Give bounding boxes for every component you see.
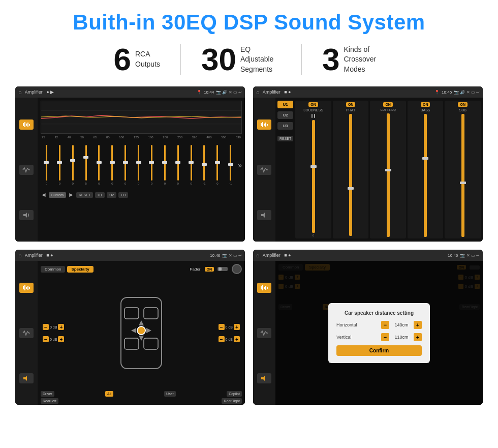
sp-icon-wave[interactable] xyxy=(19,328,34,338)
eq-slider-9[interactable]: 0 xyxy=(146,145,158,185)
xo-icon-speaker[interactable] xyxy=(257,210,271,220)
sp-label-rearleft[interactable]: RearLeft xyxy=(41,398,58,404)
dist-icon-wave[interactable] xyxy=(257,328,271,338)
xo-ch-loudness-on[interactable]: ON xyxy=(308,102,318,107)
home-icon[interactable]: ⌂ xyxy=(18,89,22,95)
xo-ch-sub-on[interactable]: ON xyxy=(458,102,468,107)
xo-icon-eq[interactable] xyxy=(257,120,271,130)
sp-label-user[interactable]: User xyxy=(164,391,176,397)
sp-icon-speaker[interactable] xyxy=(19,373,34,383)
eq-play-btn[interactable]: ► xyxy=(68,191,74,198)
sp-label-all[interactable]: All xyxy=(105,391,113,397)
eq-u1-btn[interactable]: U1 xyxy=(95,192,105,198)
eq-slider-2[interactable]: 0 xyxy=(54,145,66,185)
dist-icon-speaker[interactable] xyxy=(257,373,271,383)
sp-avatar[interactable] xyxy=(232,264,242,274)
xo-u2-btn[interactable]: U2 xyxy=(277,111,293,119)
modal-vertical-plus[interactable]: + xyxy=(414,333,422,341)
eq-icon-wave[interactable] xyxy=(19,165,34,175)
sp-icon-eq[interactable] xyxy=(19,283,34,293)
eq-graph xyxy=(41,101,242,134)
xo-home-icon[interactable]: ⌂ xyxy=(256,89,260,95)
svg-rect-12 xyxy=(265,123,266,127)
xo-ch-phat-on[interactable]: ON xyxy=(346,102,356,107)
xo-ch-bass-on[interactable]: ON xyxy=(421,102,430,107)
svg-rect-15 xyxy=(23,286,24,289)
modal-horizontal-row: Horizontal − 140cm + xyxy=(336,321,422,329)
eq-slider-10[interactable]: 0 xyxy=(159,145,171,185)
sp-tab-common[interactable]: Common xyxy=(41,266,65,273)
eq-slider-15[interactable]: -1 xyxy=(225,145,236,185)
modal-vertical-control: − 110cm + xyxy=(381,333,422,341)
sp-vol-fr: − 0 dB + xyxy=(219,324,240,330)
svg-rect-10 xyxy=(262,122,263,127)
sp-icons: 📷 ✕ ▭ ↩ xyxy=(222,253,242,258)
modal-horizontal-minus[interactable]: − xyxy=(381,321,389,329)
eq-app-title: Amplifier ● ▶ xyxy=(25,89,194,95)
sp-rr-minus[interactable]: − xyxy=(219,336,225,342)
dist-home-icon[interactable]: ⌂ xyxy=(256,252,260,258)
eq-slider-1[interactable]: 0 xyxy=(41,145,52,185)
xo-icon-wave[interactable] xyxy=(257,165,271,175)
eq-slider-7[interactable]: 0 xyxy=(119,145,131,185)
sp-top-tabs: Common Specialty Fader ON xyxy=(41,264,242,274)
sp-fr-plus[interactable]: + xyxy=(234,324,240,330)
modal-confirm-button[interactable]: Confirm xyxy=(336,345,422,356)
dist-status: 10:46 📷 ✕ ▭ ↩ xyxy=(448,253,480,258)
modal-horizontal-plus[interactable]: + xyxy=(414,321,422,329)
eq-slider-12[interactable]: 0 xyxy=(185,145,197,185)
page-wrapper: Buith-in 30EQ DSP Sound System 6 RCAOutp… xyxy=(0,0,498,415)
eq-slider-4[interactable]: 5 xyxy=(80,145,92,185)
eq-slider-11[interactable]: 0 xyxy=(172,145,184,185)
sp-label-rearright[interactable]: RearRight xyxy=(222,398,242,404)
eq-main: 25 32 40 50 63 80 100 125 160 200 250 32… xyxy=(38,98,245,242)
eq-prev-btn[interactable]: ◄ xyxy=(41,191,47,198)
eq-slider-6[interactable]: 0 xyxy=(106,145,118,185)
screenshots-grid: ⌂ Amplifier ● ▶ 📍 10:44 📷 🔊 ✕ ▭ ↩ xyxy=(15,86,483,405)
eq-reset-btn[interactable]: RESET xyxy=(76,192,93,198)
sp-tab-specialty[interactable]: Specialty xyxy=(67,266,93,273)
eq-slider-8[interactable]: 0 xyxy=(133,145,144,185)
eq-slider-5[interactable]: 0 xyxy=(94,145,105,185)
xo-u1-btn[interactable]: U1 xyxy=(277,101,293,108)
sp-fl-minus[interactable]: − xyxy=(43,324,49,330)
xo-u3-btn[interactable]: U3 xyxy=(277,122,293,130)
eq-slider-13[interactable]: -1 xyxy=(199,145,210,185)
xo-reset-btn[interactable]: RESET xyxy=(277,136,293,141)
eq-icon-active[interactable] xyxy=(19,120,34,130)
modal-vertical-minus[interactable]: − xyxy=(381,333,389,341)
stats-row: 6 RCAOutputs 30 EQ AdjustableSegments 3 … xyxy=(15,44,483,75)
svg-marker-20 xyxy=(23,376,27,381)
eq-slider-14[interactable]: 0 xyxy=(211,145,223,185)
eq-screenshot: ⌂ Amplifier ● ▶ 📍 10:44 📷 🔊 ✕ ▭ ↩ xyxy=(15,86,245,242)
sp-fr-minus[interactable]: − xyxy=(219,324,225,330)
svg-marker-14 xyxy=(261,213,265,218)
stat-rca-text: RCAOutputs xyxy=(135,49,160,69)
dist-icon-eq[interactable] xyxy=(257,283,271,293)
eq-arrow-right[interactable]: » xyxy=(238,161,242,169)
sp-home-icon[interactable]: ⌂ xyxy=(18,252,22,258)
stat-eq-text: EQ AdjustableSegments xyxy=(240,45,281,75)
eq-slider-3[interactable]: 0 xyxy=(67,145,79,185)
eq-u2-btn[interactable]: U2 xyxy=(107,192,116,198)
eq-u3-btn[interactable]: U3 xyxy=(118,192,128,198)
eq-custom-btn[interactable]: Custom xyxy=(49,192,66,198)
xo-ch-phat-label: PHAT xyxy=(346,108,355,112)
svg-rect-0 xyxy=(23,123,24,126)
xo-ch-cutfreq-label: CUT FREQ xyxy=(380,108,396,111)
xo-left-panel xyxy=(253,98,275,242)
stat-crossover: 3 Kinds ofCrossover Modes xyxy=(302,44,404,75)
xo-ch-bass: ON BASS xyxy=(408,101,444,238)
sp-rl-minus[interactable]: − xyxy=(43,336,49,342)
dist-main-area: Common Specialty ON − 0 dB + xyxy=(253,261,483,405)
xo-ch-cutfreq-on[interactable]: ON xyxy=(383,102,393,107)
modal-vertical-val: 110cm xyxy=(391,335,412,340)
sp-fader-on[interactable]: ON xyxy=(205,267,214,272)
sp-label-copilot[interactable]: Copilot xyxy=(227,391,242,397)
sp-rl-plus[interactable]: + xyxy=(58,336,64,342)
sp-rr-plus[interactable]: + xyxy=(234,336,240,342)
sp-fr-val: 0 dB xyxy=(226,325,233,329)
eq-icon-speaker[interactable] xyxy=(19,210,34,220)
sp-label-driver[interactable]: Driver xyxy=(41,391,54,397)
sp-fl-plus[interactable]: + xyxy=(58,324,64,330)
